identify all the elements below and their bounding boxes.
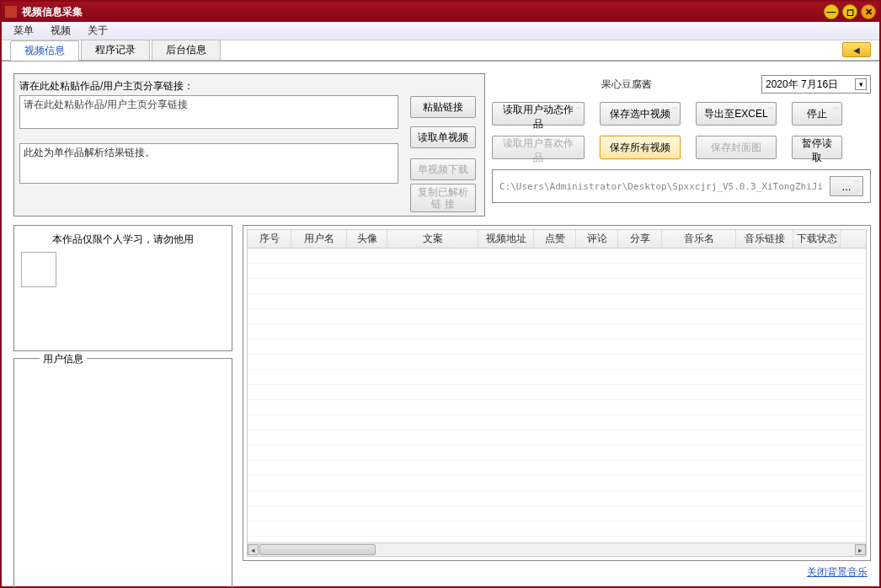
column-header[interactable]: 文案 <box>387 230 478 248</box>
notice-text: 本作品仅限个人学习，请勿他用 <box>21 233 225 247</box>
read-single-video-button[interactable]: 读取单视频 <box>410 126 476 148</box>
column-header[interactable]: 头像 <box>347 230 387 248</box>
scroll-right-arrow[interactable]: ▸ <box>855 544 866 555</box>
save-path-text: C:\Users\Administrator\Desktop\Spxxcjrj_… <box>499 181 823 192</box>
column-header[interactable]: 下载状态 <box>793 230 841 248</box>
user-info-legend: 用户信息 <box>40 352 87 366</box>
date-picker[interactable]: 2020年 7月16日 ▾ <box>761 75 871 94</box>
notice-thumbnail <box>21 252 56 287</box>
content-area: 请在此处粘贴作品/用户主页分享链接： 粘贴链接 读取单视频 单视频下载 复制已解… <box>2 61 879 586</box>
table-row <box>248 264 866 279</box>
paste-link-input[interactable] <box>19 95 398 129</box>
column-header[interactable]: 点赞 <box>534 230 576 248</box>
minimize-button[interactable]: — <box>824 4 839 19</box>
column-header[interactable]: 序号 <box>248 230 291 248</box>
window-title: 视频信息采集 <box>22 5 824 19</box>
app-icon <box>5 6 17 18</box>
table-row <box>248 461 866 476</box>
paste-link-button[interactable]: 粘贴链接 <box>410 96 476 118</box>
table-row <box>248 430 866 446</box>
table-row <box>248 249 866 264</box>
tab-background-info[interactable]: 后台信息 <box>152 40 221 60</box>
menu-item-2[interactable]: 关于 <box>79 22 116 40</box>
titlebar: 视频信息采集 — ◻ ✕ <box>2 2 879 22</box>
copy-parsed-link-button[interactable]: 复制已解析 链 接 <box>410 184 476 212</box>
read-user-likes-button[interactable]: 读取用户喜欢作品 <box>492 136 585 159</box>
column-header[interactable]: 视频地址 <box>478 230 534 248</box>
notice-panel: 本作品仅限个人学习，请勿他用 <box>13 225 232 351</box>
menu-item-1[interactable]: 视频 <box>42 22 79 40</box>
paste-link-panel: 请在此处粘贴作品/用户主页分享链接： 粘贴链接 读取单视频 单视频下载 复制已解… <box>13 73 485 216</box>
table-row <box>248 294 866 309</box>
table-row <box>248 521 866 537</box>
table-row <box>248 476 866 491</box>
actions-panel: 果心豆腐酱 2020年 7月16日 ▾ 读取用户动态作品෴ 保存选中视频෴ 导出… <box>492 73 871 203</box>
menubar: 菜单 视频 关于 <box>2 22 879 40</box>
date-dropdown-icon[interactable]: ▾ <box>855 78 867 90</box>
table-header: 序号用户名头像文案视频地址点赞评论分享音乐名音乐链接下载状态 <box>248 230 866 249</box>
table-row <box>248 446 866 461</box>
brand-label: 果心豆腐酱 <box>492 78 761 92</box>
table-row <box>248 370 866 385</box>
table-body[interactable] <box>248 249 866 543</box>
column-header[interactable]: 用户名 <box>291 230 347 248</box>
save-all-videos-button[interactable]: 保存所有视频 <box>600 136 681 159</box>
table-row <box>248 339 866 355</box>
table-row <box>248 537 866 543</box>
table-row <box>248 355 866 370</box>
stop-button[interactable]: 停止෴ <box>792 102 842 126</box>
table-row <box>248 324 866 339</box>
tab-strip: 视频信息 程序记录 后台信息 <box>2 40 879 61</box>
date-value: 2020年 7月16日 <box>766 78 838 92</box>
menu-item-0[interactable]: 菜单 <box>5 22 42 40</box>
user-info-panel: 用户信息 <box>13 358 232 588</box>
close-button[interactable]: ✕ <box>861 4 876 19</box>
table-row <box>248 415 866 430</box>
pause-read-button[interactable]: 暂停读取 <box>792 136 842 159</box>
scroll-thumb[interactable] <box>259 544 376 555</box>
table-row <box>248 400 866 415</box>
save-path-box: C:\Users\Administrator\Desktop\Spxxcjrj_… <box>492 169 871 203</box>
column-header[interactable]: 分享 <box>618 230 662 248</box>
table-row <box>248 491 866 506</box>
table-row <box>248 279 866 294</box>
tab-video-info[interactable]: 视频信息 <box>10 40 79 61</box>
column-header[interactable]: 音乐链接 <box>736 230 793 248</box>
parse-result-box[interactable] <box>19 143 398 184</box>
browse-path-button[interactable]: ...෴ <box>830 176 863 196</box>
read-user-dynamic-button[interactable]: 读取用户动态作品෴ <box>492 102 585 126</box>
maximize-button[interactable]: ◻ <box>842 4 857 19</box>
tab-program-log[interactable]: 程序记录 <box>81 40 150 60</box>
single-video-download-button[interactable]: 单视频下载 <box>410 158 476 180</box>
export-excel-button[interactable]: 导出至EXCEL෴ <box>696 102 777 126</box>
column-header[interactable]: 音乐名 <box>662 230 736 248</box>
paste-link-label: 请在此处粘贴作品/用户主页分享链接： <box>19 79 479 94</box>
save-selected-video-button[interactable]: 保存选中视频෴ <box>600 102 681 126</box>
table-row <box>248 309 866 324</box>
horizontal-scrollbar[interactable]: ◂ ▸ <box>248 543 866 556</box>
speaker-icon[interactable] <box>842 42 871 57</box>
table-row <box>248 385 866 400</box>
column-header[interactable]: 评论 <box>576 230 618 248</box>
close-bgm-link[interactable]: 关闭背景音乐 <box>807 565 868 580</box>
scroll-left-arrow[interactable]: ◂ <box>248 544 259 555</box>
table-row <box>248 506 866 521</box>
save-cover-button[interactable]: 保存封面图 <box>696 136 777 159</box>
data-table-panel: 序号用户名头像文案视频地址点赞评论分享音乐名音乐链接下载状态 ◂ ▸ <box>243 225 871 561</box>
